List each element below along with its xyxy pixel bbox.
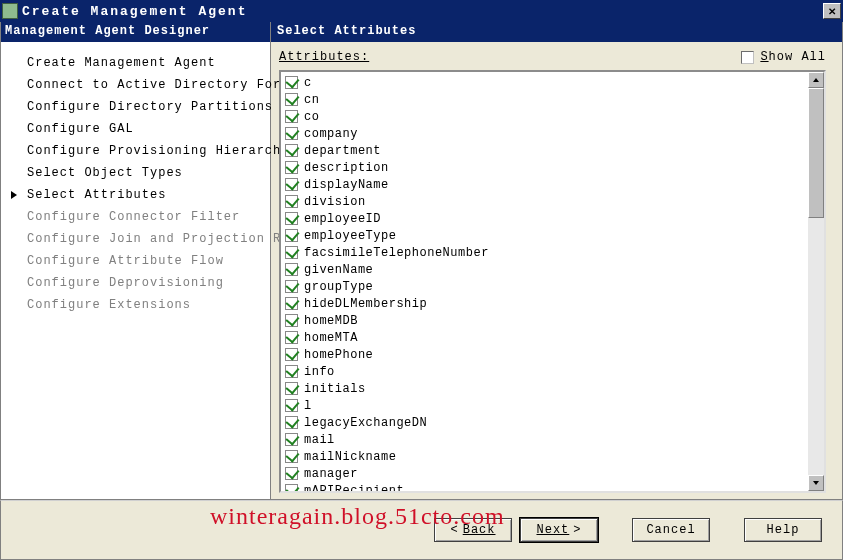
sidebar-item-label: Create Management Agent (27, 56, 216, 70)
attribute-checkbox[interactable] (285, 110, 298, 123)
attribute-label: facsimileTelephoneNumber (304, 246, 489, 260)
attribute-row[interactable]: info (281, 363, 808, 380)
sidebar-item[interactable]: Create Management Agent (1, 52, 270, 74)
sidebar-header: Management Agent Designer (1, 22, 270, 42)
attribute-checkbox[interactable] (285, 229, 298, 242)
attribute-checkbox[interactable] (285, 467, 298, 480)
attribute-label: manager (304, 467, 358, 481)
attribute-row[interactable]: initials (281, 380, 808, 397)
show-all-checkbox[interactable] (741, 51, 754, 64)
attribute-row[interactable]: homeMDB (281, 312, 808, 329)
sidebar-item-label: Select Object Types (27, 166, 183, 180)
sidebar-item-label: Configure Attribute Flow (27, 254, 224, 268)
attribute-row[interactable]: legacyExchangeDN (281, 414, 808, 431)
sidebar-item-label: Select Attributes (27, 188, 166, 202)
sidebar-item[interactable]: Connect to Active Directory Forest (1, 74, 270, 96)
attribute-label: co (304, 110, 319, 124)
attribute-row[interactable]: facsimileTelephoneNumber (281, 244, 808, 261)
attribute-checkbox[interactable] (285, 297, 298, 310)
attribute-checkbox[interactable] (285, 416, 298, 429)
attribute-checkbox[interactable] (285, 399, 298, 412)
attribute-label: legacyExchangeDN (304, 416, 427, 430)
attribute-checkbox[interactable] (285, 450, 298, 463)
close-icon: ✕ (828, 6, 836, 17)
sidebar-item[interactable]: Configure Directory Partitions (1, 96, 270, 118)
attribute-row[interactable]: company (281, 125, 808, 142)
attribute-checkbox[interactable] (285, 195, 298, 208)
attribute-checkbox[interactable] (285, 433, 298, 446)
attribute-label: cn (304, 93, 319, 107)
attribute-label: l (304, 399, 312, 413)
attribute-checkbox[interactable] (285, 178, 298, 191)
scroll-up-button[interactable] (808, 72, 824, 88)
attribute-checkbox[interactable] (285, 263, 298, 276)
attribute-row[interactable]: l (281, 397, 808, 414)
close-button[interactable]: ✕ (823, 3, 841, 19)
scrollbar[interactable] (808, 72, 824, 491)
sidebar-item[interactable]: Configure Provisioning Hierarchy (1, 140, 270, 162)
attribute-checkbox[interactable] (285, 348, 298, 361)
sidebar-item[interactable]: Select Object Types (1, 162, 270, 184)
attribute-row[interactable]: c (281, 74, 808, 91)
attribute-row[interactable]: employeeID (281, 210, 808, 227)
attribute-checkbox[interactable] (285, 161, 298, 174)
attribute-row[interactable]: displayName (281, 176, 808, 193)
attribute-checkbox[interactable] (285, 382, 298, 395)
sidebar-item: Configure Attribute Flow (1, 250, 270, 272)
scroll-track[interactable] (808, 88, 824, 475)
scroll-thumb[interactable] (808, 88, 824, 218)
sidebar-item-label: Configure Join and Projection Rules (27, 232, 314, 246)
back-button[interactable]: < Back (434, 518, 512, 542)
sidebar-item[interactable]: Select Attributes (1, 184, 270, 206)
attribute-row[interactable]: co (281, 108, 808, 125)
attribute-checkbox[interactable] (285, 127, 298, 140)
attribute-checkbox[interactable] (285, 484, 298, 491)
attribute-row[interactable]: cn (281, 91, 808, 108)
attribute-checkbox[interactable] (285, 331, 298, 344)
sidebar-item: Configure Extensions (1, 294, 270, 316)
attribute-label: groupType (304, 280, 373, 294)
sidebar-item[interactable]: Configure GAL (1, 118, 270, 140)
sidebar-item-label: Configure Extensions (27, 298, 191, 312)
attribute-label: mail (304, 433, 335, 447)
attribute-row[interactable]: givenName (281, 261, 808, 278)
attribute-row[interactable]: employeeType (281, 227, 808, 244)
attribute-checkbox[interactable] (285, 212, 298, 225)
attribute-row[interactable]: homeMTA (281, 329, 808, 346)
attribute-row[interactable]: manager (281, 465, 808, 482)
attributes-listbox[interactable]: ccncocompanydepartmentdescriptiondisplay… (279, 70, 826, 493)
attribute-checkbox[interactable] (285, 280, 298, 293)
window-title: Create Management Agent (22, 4, 823, 19)
attribute-row[interactable]: mAPIRecipient (281, 482, 808, 491)
show-all-label[interactable]: Show All (760, 50, 826, 64)
attribute-row[interactable]: mailNickname (281, 448, 808, 465)
attribute-checkbox[interactable] (285, 365, 298, 378)
help-button[interactable]: Help (744, 518, 822, 542)
attribute-row[interactable]: mail (281, 431, 808, 448)
main-header: Select Attributes (271, 22, 842, 42)
cancel-button[interactable]: Cancel (632, 518, 710, 542)
attribute-row[interactable]: description (281, 159, 808, 176)
attribute-checkbox[interactable] (285, 314, 298, 327)
attribute-row[interactable]: division (281, 193, 808, 210)
sidebar-item-label: Configure Provisioning Hierarchy (27, 144, 289, 158)
next-button[interactable]: Next > (520, 518, 598, 542)
wizard-footer: < Back Next > Cancel Help (0, 500, 843, 560)
chevron-right-icon: > (573, 523, 581, 537)
attribute-row[interactable]: homePhone (281, 346, 808, 363)
attribute-checkbox[interactable] (285, 76, 298, 89)
attribute-label: mAPIRecipient (304, 484, 404, 492)
attribute-label: employeeID (304, 212, 381, 226)
chevron-left-icon: < (450, 523, 458, 537)
attribute-row[interactable]: groupType (281, 278, 808, 295)
attribute-row[interactable]: department (281, 142, 808, 159)
attribute-label: company (304, 127, 358, 141)
main-panel: Select Attributes Attributes: Show All c… (271, 22, 843, 500)
svg-marker-0 (813, 78, 819, 82)
attribute-checkbox[interactable] (285, 93, 298, 106)
scroll-down-button[interactable] (808, 475, 824, 491)
attribute-label: c (304, 76, 312, 90)
attribute-checkbox[interactable] (285, 144, 298, 157)
attribute-row[interactable]: hideDLMembership (281, 295, 808, 312)
attribute-checkbox[interactable] (285, 246, 298, 259)
